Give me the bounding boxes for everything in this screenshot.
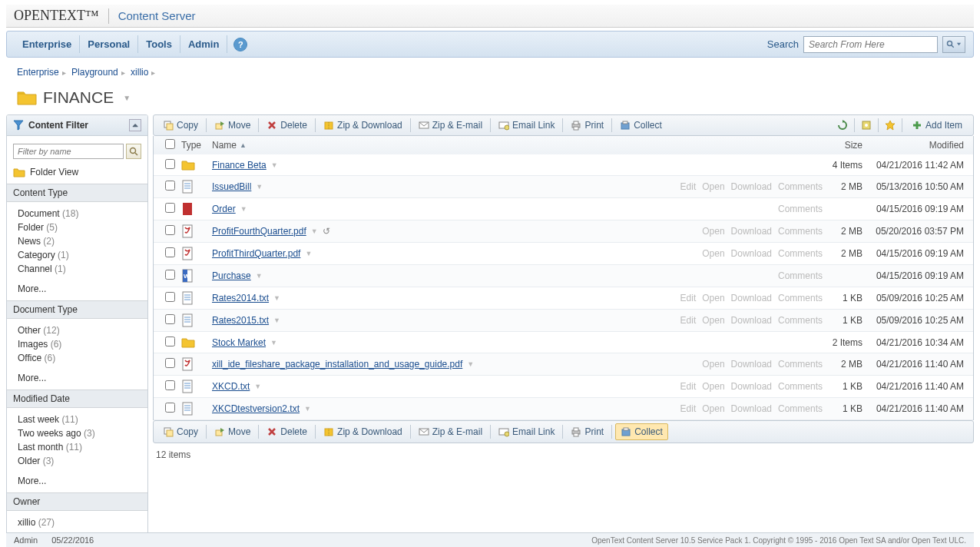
row-checkbox[interactable] [165, 358, 175, 368]
zip-download-button[interactable]: Zip & Download [319, 118, 407, 133]
action-open[interactable]: Open [702, 226, 724, 237]
action-edit[interactable]: Edit [680, 181, 697, 192]
action-download[interactable]: Download [731, 248, 772, 259]
breadcrumb-link[interactable]: Enterprise [17, 67, 59, 78]
item-name-link[interactable]: XKCDtestversion2.txt [212, 403, 300, 414]
action-open[interactable]: Open [702, 181, 724, 192]
action-comments[interactable]: Comments [778, 204, 823, 214]
item-dropdown-icon[interactable]: ▼ [304, 405, 311, 413]
item-name-link[interactable]: Finance Beta [212, 160, 267, 171]
action-edit[interactable]: Edit [680, 315, 697, 326]
action-download[interactable]: Download [731, 181, 772, 192]
item-name-link[interactable]: IssuedBill [212, 181, 251, 192]
action-comments[interactable]: Comments [778, 315, 823, 326]
sidebar-filter-item[interactable]: Other (12) [18, 323, 147, 337]
version-icon[interactable]: ↺ [323, 226, 330, 237]
row-checkbox[interactable] [165, 314, 175, 324]
sidebar-filter-item[interactable]: xillio (27) [18, 516, 147, 529]
row-checkbox[interactable] [165, 403, 175, 413]
sidebar-filter-item[interactable]: Office (6) [18, 351, 147, 365]
copy-button[interactable]: Copy [158, 118, 203, 133]
item-name-link[interactable]: Stock Market [212, 337, 266, 348]
folder-view-link[interactable]: Folder View [7, 162, 147, 184]
action-edit[interactable]: Edit [680, 293, 697, 303]
item-name-link[interactable]: Rates2014.txt [212, 293, 269, 303]
action-comments[interactable]: Comments [778, 381, 823, 392]
sidebar-filter-item[interactable]: Last month (11) [18, 440, 147, 454]
item-name-link[interactable]: XKCD.txt [212, 381, 250, 392]
item-name-link[interactable]: ProfitThirdQuarter.pdf [212, 248, 300, 259]
move-button[interactable]: Move [210, 118, 255, 133]
action-edit[interactable]: Edit [680, 403, 697, 414]
item-dropdown-icon[interactable]: ▼ [271, 161, 278, 169]
config-button[interactable] [858, 118, 875, 133]
row-checkbox[interactable] [165, 292, 175, 302]
action-open[interactable]: Open [702, 315, 724, 326]
zip-email-button[interactable]: Zip & E-mail [414, 424, 487, 439]
action-download[interactable]: Download [731, 315, 772, 326]
col-size[interactable]: Size [823, 140, 869, 151]
menu-admin[interactable]: Admin [180, 35, 227, 53]
menu-enterprise[interactable]: Enterprise [15, 35, 80, 53]
item-name-link[interactable]: xill_ide_fileshare_package_installation_… [212, 359, 462, 370]
help-icon[interactable]: ? [233, 38, 247, 51]
row-checkbox[interactable] [165, 336, 175, 346]
action-comments[interactable]: Comments [778, 226, 823, 237]
sidebar-filter-item[interactable]: Two weeks ago (3) [18, 426, 147, 440]
action-comments[interactable]: Comments [778, 359, 823, 370]
action-comments[interactable]: Comments [778, 403, 823, 414]
email-link-button[interactable]: Email Link [494, 118, 559, 133]
action-open[interactable]: Open [702, 403, 724, 414]
row-checkbox[interactable] [165, 270, 175, 280]
action-open[interactable]: Open [702, 359, 724, 370]
zip-download-button[interactable]: Zip & Download [319, 424, 407, 439]
row-checkbox[interactable] [165, 225, 175, 235]
sidebar-more-link[interactable]: More... [7, 371, 147, 390]
title-dropdown-icon[interactable]: ▼ [123, 94, 131, 102]
sidebar-filter-item[interactable]: Folder (5) [18, 220, 147, 234]
search-input[interactable] [803, 36, 938, 53]
refresh-button[interactable] [834, 118, 851, 133]
sidebar-filter-item[interactable]: Older (3) [18, 454, 147, 468]
item-dropdown-icon[interactable]: ▼ [270, 339, 277, 346]
copy-button[interactable]: Copy [158, 424, 203, 439]
action-comments[interactable]: Comments [778, 181, 823, 192]
item-dropdown-icon[interactable]: ▼ [256, 183, 263, 191]
action-comments[interactable]: Comments [778, 270, 823, 281]
print-button[interactable]: Print [566, 424, 608, 439]
sidebar-more-link[interactable]: More... [7, 282, 147, 300]
row-checkbox[interactable] [165, 181, 175, 191]
search-button[interactable] [942, 36, 965, 53]
action-comments[interactable]: Comments [778, 248, 823, 259]
row-checkbox[interactable] [165, 380, 175, 390]
collect-button[interactable]: Collect [615, 118, 667, 133]
action-edit[interactable]: Edit [680, 381, 697, 392]
menu-personal[interactable]: Personal [80, 35, 138, 53]
print-button[interactable]: Print [566, 118, 608, 133]
zip-email-button[interactable]: Zip & E-mail [414, 118, 487, 133]
filter-go-button[interactable] [126, 144, 141, 159]
action-open[interactable]: Open [702, 248, 724, 259]
sidebar-filter-item[interactable]: Images (6) [18, 337, 147, 351]
col-modified[interactable]: Modified [869, 140, 968, 151]
item-dropdown-icon[interactable]: ▼ [273, 317, 280, 324]
row-checkbox[interactable] [165, 159, 175, 169]
sidebar-filter-item[interactable]: News (2) [18, 234, 147, 248]
item-dropdown-icon[interactable]: ▼ [311, 227, 318, 235]
favorite-button[interactable] [882, 118, 899, 133]
action-download[interactable]: Download [731, 293, 772, 303]
move-button[interactable]: Move [210, 424, 255, 439]
item-name-link[interactable]: ProfitFourthQuarter.pdf [212, 226, 306, 237]
action-download[interactable]: Download [731, 226, 772, 237]
breadcrumb-link[interactable]: Playground [71, 67, 118, 78]
sidebar-filter-item[interactable]: Document (18) [18, 207, 147, 220]
row-checkbox[interactable] [165, 203, 175, 213]
item-dropdown-icon[interactable]: ▼ [273, 294, 280, 302]
col-type[interactable]: Type [181, 140, 212, 151]
item-name-link[interactable]: Rates2015.txt [212, 315, 269, 326]
action-open[interactable]: Open [702, 381, 724, 392]
action-open[interactable]: Open [702, 293, 724, 303]
delete-button[interactable]: Delete [262, 118, 312, 133]
item-dropdown-icon[interactable]: ▼ [256, 272, 263, 280]
email-link-button[interactable]: Email Link [494, 424, 559, 439]
